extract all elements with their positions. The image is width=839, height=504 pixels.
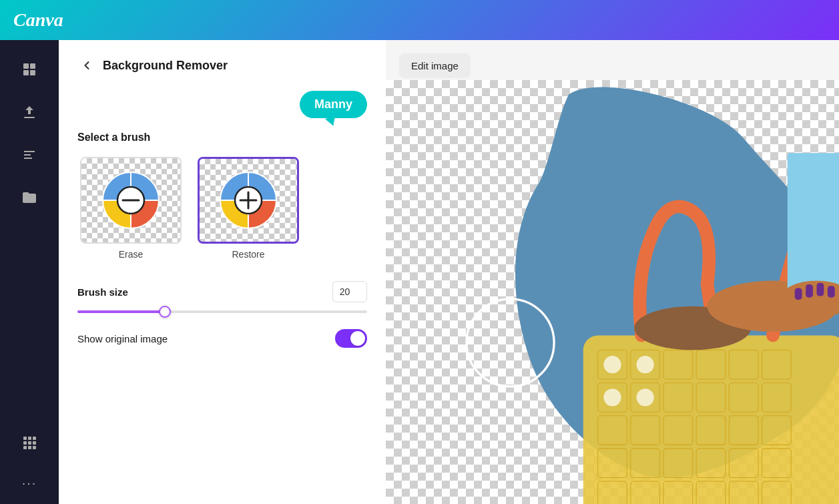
back-icon bbox=[80, 59, 93, 72]
upload-icon bbox=[21, 104, 37, 120]
svg-point-61 bbox=[603, 389, 621, 406]
erase-label: Erase bbox=[119, 249, 144, 260]
canva-logo: Canva bbox=[13, 9, 63, 31]
brush-size-slider[interactable] bbox=[77, 310, 367, 313]
manny-badge: Manny bbox=[300, 91, 367, 118]
svg-rect-9 bbox=[28, 441, 31, 445]
sidebar-item-uploads[interactable] bbox=[11, 93, 48, 131]
panel-title: Background Remover bbox=[103, 59, 228, 73]
svg-rect-12 bbox=[28, 446, 31, 449]
text-icon bbox=[21, 147, 37, 163]
layout-icon bbox=[21, 61, 37, 77]
svg-rect-7 bbox=[33, 437, 36, 440]
restore-ball-svg bbox=[215, 167, 282, 234]
left-sidebar: ... bbox=[0, 40, 59, 504]
sidebar-item-templates[interactable] bbox=[11, 51, 48, 88]
svg-rect-28 bbox=[583, 335, 839, 504]
brush-erase-preview bbox=[80, 157, 182, 244]
panel-header: Background Remover bbox=[77, 56, 367, 75]
canvas-image bbox=[386, 80, 839, 504]
svg-rect-69 bbox=[816, 283, 824, 296]
svg-rect-13 bbox=[33, 446, 36, 449]
brush-size-label: Brush size bbox=[77, 286, 128, 298]
canvas-area: Edit image bbox=[386, 40, 839, 504]
svg-rect-6 bbox=[28, 437, 31, 440]
svg-rect-8 bbox=[23, 441, 27, 445]
brush-size-input[interactable] bbox=[332, 281, 367, 302]
grid-icon bbox=[21, 435, 37, 451]
svg-rect-1 bbox=[30, 63, 35, 69]
svg-rect-3 bbox=[30, 70, 35, 75]
svg-rect-65 bbox=[788, 153, 839, 299]
show-original-label: Show original image bbox=[77, 333, 168, 344]
svg-rect-70 bbox=[828, 286, 835, 297]
svg-rect-11 bbox=[23, 446, 27, 449]
erase-ball-svg bbox=[97, 167, 164, 234]
svg-rect-67 bbox=[795, 288, 802, 299]
panel: Background Remover Manny Select a brush bbox=[59, 40, 386, 504]
svg-rect-0 bbox=[23, 63, 29, 69]
slider-fill bbox=[77, 310, 164, 313]
svg-rect-5 bbox=[23, 437, 27, 440]
sidebar-item-projects[interactable] bbox=[11, 179, 48, 216]
sidebar-more[interactable]: ... bbox=[11, 467, 48, 493]
brush-erase-card[interactable]: Erase bbox=[77, 154, 184, 262]
svg-rect-4 bbox=[24, 117, 35, 118]
restore-label: Restore bbox=[232, 249, 264, 260]
slider-thumb[interactable] bbox=[159, 306, 171, 318]
sidebar-item-apps[interactable] bbox=[11, 424, 48, 461]
show-original-row: Show original image bbox=[77, 329, 367, 348]
show-original-toggle[interactable] bbox=[335, 329, 367, 348]
svg-point-60 bbox=[637, 356, 654, 373]
folder-icon bbox=[21, 190, 37, 206]
svg-rect-10 bbox=[33, 441, 36, 445]
top-bar: Canva bbox=[0, 0, 839, 40]
svg-point-62 bbox=[637, 389, 654, 406]
select-brush-label: Select a brush bbox=[77, 132, 367, 144]
back-button[interactable] bbox=[77, 56, 96, 75]
brush-restore-preview bbox=[198, 157, 299, 244]
edit-image-button[interactable]: Edit image bbox=[399, 53, 471, 78]
brush-size-row: Brush size bbox=[77, 281, 367, 302]
manny-container: Manny bbox=[77, 91, 367, 118]
sidebar-item-text[interactable] bbox=[11, 136, 48, 174]
svg-point-59 bbox=[603, 356, 621, 373]
brush-restore-card[interactable]: Restore bbox=[195, 154, 302, 262]
brush-options: Erase bbox=[77, 154, 367, 262]
svg-rect-2 bbox=[23, 70, 29, 75]
svg-rect-68 bbox=[806, 284, 813, 298]
